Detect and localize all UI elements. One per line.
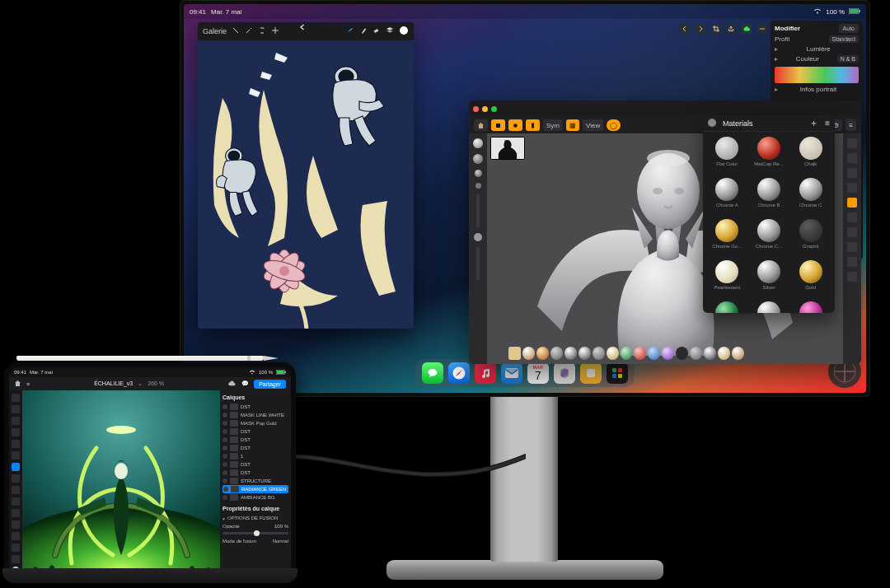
sculpt-tool-button[interactable]: ▦: [566, 119, 579, 131]
material-swatch[interactable]: Chrome C: [791, 178, 830, 216]
tool-icon[interactable]: [12, 463, 20, 471]
visibility-icon[interactable]: [222, 437, 227, 442]
rail-tool-icon[interactable]: [847, 153, 857, 163]
tool-icon[interactable]: [12, 509, 20, 517]
visibility-icon[interactable]: [222, 478, 227, 483]
sculpt-sym-button[interactable]: Sym: [543, 119, 563, 131]
opacity-slider[interactable]: [222, 532, 288, 534]
gallery-button[interactable]: Galerie: [203, 27, 227, 35]
visibility-icon[interactable]: [222, 446, 227, 450]
material-swatch[interactable]: Green Nicos: [708, 301, 747, 313]
layer-row[interactable]: DST: [222, 469, 288, 477]
minimize-icon[interactable]: [482, 106, 488, 112]
blend-section[interactable]: ▾OPTIONS DE FUSION: [222, 514, 288, 522]
sculpt-tool-button[interactable]: [508, 119, 522, 131]
panel-row-couleur[interactable]: ▸Couleur N & B: [775, 55, 859, 63]
dock-messages-icon[interactable]: [422, 362, 443, 384]
rail-tool-icon[interactable]: [847, 242, 857, 252]
brush-size-slider[interactable]: [476, 194, 480, 227]
wifi-icon[interactable]: [813, 7, 822, 16]
ipad-canvas[interactable]: [22, 390, 220, 575]
panel-row-profil[interactable]: Profil Standard: [775, 35, 859, 43]
brush-preset[interactable]: [732, 347, 744, 360]
visibility-icon[interactable]: [222, 454, 227, 459]
visibility-icon[interactable]: [223, 487, 228, 492]
redo-icon[interactable]: [696, 24, 705, 34]
layer-row[interactable]: STRUCTURE: [222, 477, 288, 485]
auto-button[interactable]: Auto: [839, 24, 859, 33]
sculpt-tool-button[interactable]: [526, 119, 540, 131]
layer-row[interactable]: DST: [222, 436, 288, 444]
procreate-window[interactable]: Galerie: [198, 22, 414, 329]
layer-row[interactable]: DST: [222, 460, 288, 469]
visibility-icon[interactable]: [222, 404, 227, 409]
brush-preset[interactable]: [621, 347, 633, 360]
ipad-layers-panel[interactable]: Calques DSTMASK LINE WHITEMASK Pop GoldD…: [220, 390, 291, 575]
dock-mail-icon[interactable]: [501, 362, 522, 384]
dock-photos-icon[interactable]: [554, 362, 575, 384]
sculpt-home-button[interactable]: [474, 119, 488, 131]
erase-icon[interactable]: [372, 26, 381, 36]
comment-icon[interactable]: 💬: [241, 380, 249, 387]
brush-preset[interactable]: [550, 347, 563, 360]
tool-icon[interactable]: [12, 544, 20, 552]
rail-tool-icon[interactable]: [847, 138, 857, 148]
brush-preset[interactable]: [690, 347, 702, 360]
brush-preset[interactable]: [522, 347, 535, 360]
wand-icon[interactable]: [245, 26, 253, 36]
rail-tool-icon[interactable]: [847, 168, 857, 178]
brush-opacity-slider[interactable]: [476, 247, 480, 280]
share-icon[interactable]: [727, 24, 737, 34]
rail-tool-icon[interactable]: [847, 272, 857, 282]
material-swatch[interactable]: Chrome C...: [750, 219, 789, 257]
brush-preset[interactable]: [564, 347, 577, 360]
undo-icon[interactable]: [680, 24, 690, 34]
tool-icon[interactable]: [12, 555, 20, 563]
layer-row[interactable]: MASK LINE WHITE: [222, 411, 288, 419]
rail-tool-icon[interactable]: [847, 227, 857, 237]
color-swatch[interactable]: [399, 26, 409, 37]
dock-app-icon[interactable]: [580, 362, 602, 384]
dock-safari-icon[interactable]: [448, 362, 470, 384]
visibility-icon[interactable]: [222, 429, 227, 434]
brush-preset[interactable]: [536, 347, 549, 360]
sculpt-tool-button[interactable]: ◯: [607, 119, 621, 131]
back-icon[interactable]: [299, 24, 306, 32]
material-swatch[interactable]: Gold: [791, 260, 830, 298]
panel-row-lumiere[interactable]: ▸Lumière: [775, 45, 859, 53]
reference-thumbnail[interactable]: [490, 137, 525, 160]
visibility-icon[interactable]: [222, 421, 227, 426]
menu-icon[interactable]: ≡: [825, 119, 830, 128]
brush-dot[interactable]: [473, 138, 483, 148]
close-icon[interactable]: [473, 106, 479, 112]
material-swatch[interactable]: Flat Color: [708, 137, 747, 175]
sphere-icon[interactable]: [708, 119, 716, 128]
material-swatch[interactable]: Graphit: [791, 219, 830, 257]
tool-icon[interactable]: [12, 486, 20, 494]
add-icon[interactable]: ＋: [809, 117, 818, 129]
sculpt-menu-button[interactable]: ≡: [846, 119, 856, 131]
tool-icon[interactable]: [12, 532, 20, 540]
window-controls[interactable]: [473, 106, 497, 112]
brush-dot[interactable]: [475, 183, 481, 189]
tool-icon[interactable]: [12, 474, 20, 483]
brush-preset[interactable]: [676, 347, 688, 360]
brush-dot[interactable]: [474, 233, 482, 241]
select-icon[interactable]: [258, 26, 266, 36]
more-icon[interactable]: [757, 24, 767, 34]
visibility-icon[interactable]: [222, 413, 227, 418]
dock-app-grid-icon[interactable]: [607, 362, 628, 384]
panel-row-effets[interactable]: ▸Infos portrait: [775, 86, 859, 93]
material-swatch[interactable]: MatCap Re...: [750, 137, 789, 175]
brush-preset[interactable]: [704, 347, 716, 360]
brush-preset[interactable]: [718, 347, 730, 360]
brush-preset[interactable]: [508, 347, 521, 360]
tool-icon[interactable]: [12, 440, 20, 448]
cloud-icon[interactable]: [742, 24, 752, 34]
tool-icon[interactable]: [12, 417, 20, 425]
brush-dot[interactable]: [473, 154, 483, 164]
adjust-icon[interactable]: [232, 26, 240, 36]
material-swatch[interactable]: Amethyst: [791, 301, 830, 313]
material-swatch[interactable]: Chrome A: [708, 178, 747, 216]
brush-preset[interactable]: [662, 347, 674, 360]
